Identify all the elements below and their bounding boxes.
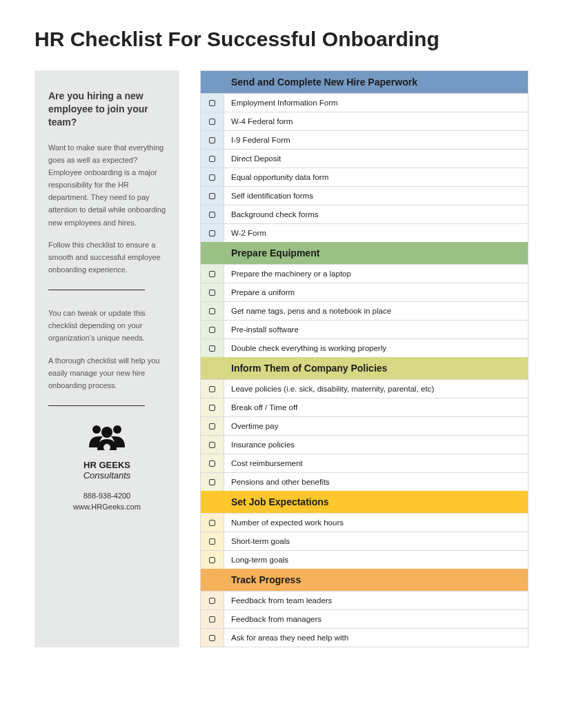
section-title: Inform Them of Company Policies bbox=[224, 357, 528, 379]
checkbox-icon[interactable] bbox=[209, 635, 215, 641]
checklist-item-label: Prepare the machinery or a laptop bbox=[224, 265, 528, 283]
company-name: HR GEEKS bbox=[48, 460, 166, 470]
main-container: Are you hiring a new employee to join yo… bbox=[34, 70, 529, 647]
checklist-row: W-2 Form bbox=[201, 223, 528, 242]
company-phone: 888-938-4200 bbox=[48, 490, 166, 502]
checkbox-icon[interactable] bbox=[209, 442, 215, 448]
checkbox-icon[interactable] bbox=[209, 290, 215, 296]
checklist-item-label: Background check forms bbox=[224, 205, 528, 223]
checklist-item-label: Number of expected work hours bbox=[224, 514, 528, 532]
section-accent bbox=[201, 71, 224, 93]
checkbox-icon[interactable] bbox=[209, 327, 215, 333]
checkbox-cell bbox=[201, 380, 224, 398]
sidebar-para-2: Follow this checklist to ensure a smooth… bbox=[48, 239, 166, 276]
section-title: Track Progress bbox=[224, 569, 528, 591]
checklist-item-label: Prepare a uniform bbox=[224, 283, 528, 301]
checklist-row: Self identification forms bbox=[201, 186, 528, 205]
checkbox-cell bbox=[201, 168, 224, 186]
checkbox-icon[interactable] bbox=[209, 345, 215, 352]
checklist-item-label: Short-term goals bbox=[224, 532, 528, 550]
checklist-item-label: Self identification forms bbox=[224, 187, 528, 205]
divider bbox=[48, 405, 145, 406]
checkbox-icon[interactable] bbox=[209, 598, 215, 604]
checkbox-cell bbox=[201, 398, 224, 416]
sidebar-heading: Are you hiring a new employee to join yo… bbox=[48, 90, 166, 129]
section-header: Track Progress bbox=[201, 569, 528, 591]
checklist-item-label: Feedback from team leaders bbox=[224, 592, 528, 609]
checklist-row: Prepare the machinery or a laptop bbox=[201, 264, 528, 283]
checkbox-icon[interactable] bbox=[209, 230, 215, 236]
section-title: Send and Complete New Hire Paperwork bbox=[224, 71, 528, 93]
checkbox-icon[interactable] bbox=[209, 479, 215, 485]
svg-point-2 bbox=[101, 427, 112, 438]
checkbox-icon[interactable] bbox=[209, 538, 215, 545]
checkbox-cell bbox=[201, 187, 224, 205]
checklist-item-label: Pensions and other benefits bbox=[224, 473, 528, 491]
section-accent bbox=[201, 569, 224, 591]
checklist-row: Employment Information Form bbox=[201, 93, 528, 112]
checklist-row: Break off / Time off bbox=[201, 398, 528, 416]
company-subtitle: Consultants bbox=[48, 470, 166, 481]
checkbox-icon[interactable] bbox=[209, 137, 215, 143]
checkbox-icon[interactable] bbox=[209, 616, 215, 623]
checkbox-cell bbox=[201, 417, 224, 435]
checklist-item-label: Leave policies (i.e. sick, disability, m… bbox=[224, 380, 528, 398]
checkbox-icon[interactable] bbox=[209, 423, 215, 429]
checkbox-icon[interactable] bbox=[209, 405, 215, 411]
checkbox-icon[interactable] bbox=[209, 308, 215, 314]
checkbox-icon[interactable] bbox=[209, 520, 215, 526]
checkbox-icon[interactable] bbox=[209, 271, 215, 277]
checklist-row: Short-term goals bbox=[201, 532, 528, 550]
checklist-row: Get name tags, pens and a notebook in pl… bbox=[201, 301, 528, 320]
checklist-row: W-4 Federal form bbox=[201, 112, 528, 130]
checklist-row: Number of expected work hours bbox=[201, 513, 528, 532]
checklist-item-label: W-4 Federal form bbox=[224, 112, 528, 130]
checkbox-cell bbox=[201, 224, 224, 242]
checkbox-icon[interactable] bbox=[209, 461, 215, 467]
checkbox-icon[interactable] bbox=[209, 212, 215, 218]
section-header: Prepare Equipment bbox=[201, 242, 528, 264]
checkbox-cell bbox=[201, 131, 224, 149]
checkbox-cell bbox=[201, 150, 224, 168]
checklist-item-label: I-9 Federal Form bbox=[224, 131, 528, 149]
svg-point-0 bbox=[92, 425, 101, 434]
checkbox-cell bbox=[201, 592, 224, 609]
checklist-row: Pensions and other benefits bbox=[201, 472, 528, 491]
checklist-row: Pre-install software bbox=[201, 320, 528, 338]
checkbox-icon[interactable] bbox=[209, 557, 215, 563]
checklist-item-label: Employment Information Form bbox=[224, 94, 528, 112]
checkbox-icon[interactable] bbox=[209, 174, 215, 181]
checkbox-icon[interactable] bbox=[209, 119, 215, 125]
checklist-item-label: Pre-install software bbox=[224, 321, 528, 338]
sidebar: Are you hiring a new employee to join yo… bbox=[34, 70, 179, 647]
checkbox-cell bbox=[201, 302, 224, 320]
checkbox-cell bbox=[201, 283, 224, 301]
section-title: Prepare Equipment bbox=[224, 242, 528, 264]
checkbox-cell bbox=[201, 629, 224, 647]
company-block: HR GEEKS Consultants 888-938-4200 www.HR… bbox=[48, 423, 166, 513]
checkbox-cell bbox=[201, 610, 224, 628]
checklist-row: Double check everything is working prope… bbox=[201, 338, 528, 357]
checkbox-icon[interactable] bbox=[209, 100, 215, 106]
section-accent bbox=[201, 491, 224, 513]
checklist-item-label: Feedback from managers bbox=[224, 610, 528, 628]
sidebar-para-3: You can tweak or update this checklist d… bbox=[48, 307, 166, 344]
checklist-item-label: Direct Deposit bbox=[224, 150, 528, 168]
checklist-row: Ask for areas they need help with bbox=[201, 628, 528, 647]
checkbox-icon[interactable] bbox=[209, 156, 215, 162]
checkbox-cell bbox=[201, 112, 224, 130]
checklist-row: Feedback from team leaders bbox=[201, 591, 528, 609]
checkbox-icon[interactable] bbox=[209, 193, 215, 199]
checkbox-cell bbox=[201, 454, 224, 472]
section-header: Send and Complete New Hire Paperwork bbox=[201, 71, 528, 93]
checklist-item-label: Cost reimbursement bbox=[224, 454, 528, 472]
checklist-item-label: Equal opportunity data form bbox=[224, 168, 528, 186]
section-header: Inform Them of Company Policies bbox=[201, 357, 528, 379]
checkbox-cell bbox=[201, 265, 224, 283]
checkbox-cell bbox=[201, 551, 224, 569]
section-header: Set Job Expectations bbox=[201, 491, 528, 513]
checklist-item-label: W-2 Form bbox=[224, 224, 528, 242]
checklist-item-label: Long-term goals bbox=[224, 551, 528, 569]
checkbox-icon[interactable] bbox=[209, 386, 215, 392]
checkbox-cell bbox=[201, 436, 224, 454]
